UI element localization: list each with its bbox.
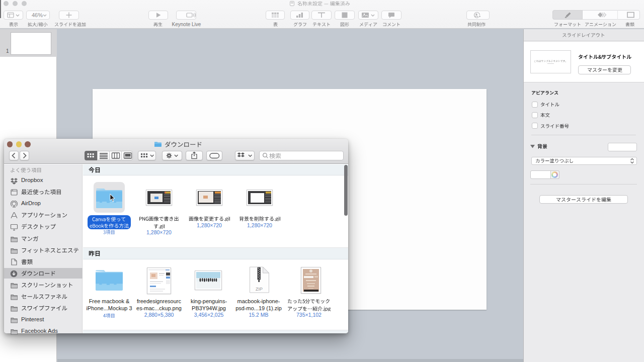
- svg-text:ZIP: ZIP: [256, 287, 263, 292]
